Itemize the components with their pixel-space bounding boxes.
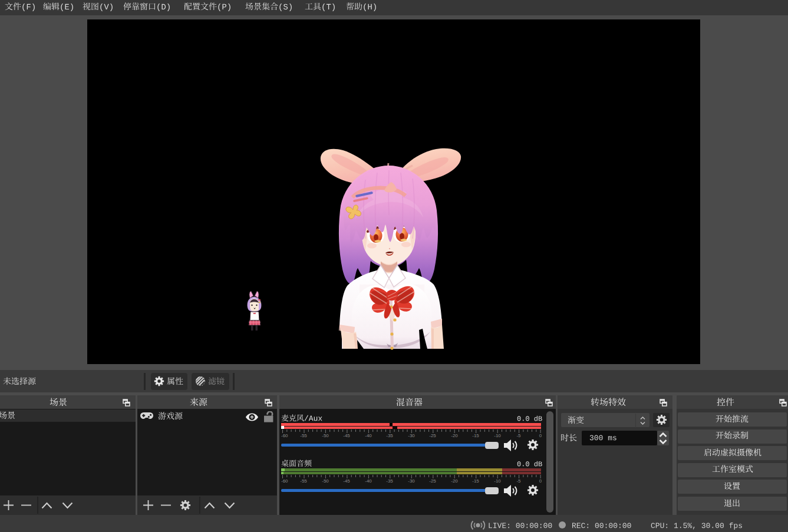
svg-text:-10: -10 bbox=[494, 433, 501, 438]
svg-text:-45: -45 bbox=[343, 478, 350, 484]
svg-text:-10: -10 bbox=[494, 478, 501, 484]
svg-text:-50: -50 bbox=[322, 433, 329, 438]
svg-text:-25: -25 bbox=[429, 433, 436, 438]
svg-text:0: 0 bbox=[539, 433, 542, 438]
svg-text:0: 0 bbox=[539, 478, 542, 484]
svg-text:-30: -30 bbox=[408, 433, 415, 438]
svg-text:-15: -15 bbox=[472, 433, 479, 438]
svg-text:-55: -55 bbox=[300, 433, 307, 438]
svg-text:-60: -60 bbox=[281, 478, 288, 484]
svg-text:-20: -20 bbox=[451, 433, 458, 438]
svg-text:-35: -35 bbox=[386, 478, 393, 484]
svg-text:-5: -5 bbox=[516, 478, 521, 484]
svg-text:-30: -30 bbox=[408, 478, 415, 484]
svg-text:-15: -15 bbox=[472, 478, 479, 484]
svg-text:-55: -55 bbox=[300, 478, 307, 484]
svg-text:-45: -45 bbox=[343, 433, 350, 438]
svg-text:-40: -40 bbox=[365, 478, 372, 484]
svg-text:-40: -40 bbox=[365, 433, 372, 438]
svg-text:-35: -35 bbox=[386, 433, 393, 438]
svg-text:-60: -60 bbox=[281, 433, 288, 438]
svg-text:-20: -20 bbox=[451, 478, 458, 484]
svg-text:-25: -25 bbox=[429, 478, 436, 484]
svg-text:-5: -5 bbox=[516, 433, 521, 438]
svg-text:-50: -50 bbox=[322, 478, 329, 484]
